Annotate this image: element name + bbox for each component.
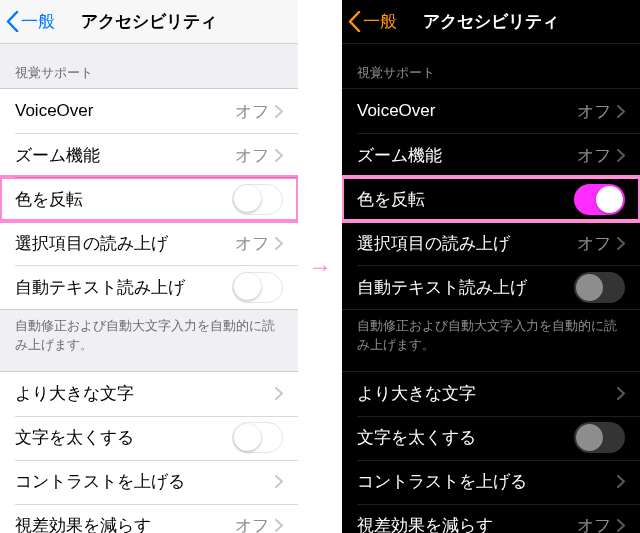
row-zoom[interactable]: ズーム機能 オフ <box>0 133 298 177</box>
row-label: より大きな文字 <box>357 382 617 405</box>
row-label: ズーム機能 <box>357 144 577 167</box>
row-label: 視差効果を減らす <box>357 514 577 533</box>
row-value: オフ <box>235 232 269 255</box>
chevron-right-icon <box>275 105 283 118</box>
screen-normal: 一般 アクセシビリティ 視覚サポート VoiceOver オフ ズーム機能 オフ… <box>0 0 298 533</box>
row-reduce-motion[interactable]: 視差効果を減らす オフ <box>0 504 298 533</box>
toggle-bold-text[interactable] <box>232 422 283 453</box>
row-voiceover[interactable]: VoiceOver オフ <box>0 89 298 133</box>
row-value: オフ <box>235 144 269 167</box>
row-label: VoiceOver <box>15 101 235 121</box>
chevron-right-icon <box>617 237 625 250</box>
chevron-right-icon <box>275 237 283 250</box>
chevron-right-icon <box>275 149 283 162</box>
back-button[interactable]: 一般 <box>0 10 55 33</box>
chevron-right-icon <box>617 149 625 162</box>
chevron-right-icon <box>617 387 625 400</box>
row-speak-selection[interactable]: 選択項目の読み上げ オフ <box>0 221 298 265</box>
row-label: 文字を太くする <box>357 426 574 449</box>
row-label: 選択項目の読み上げ <box>357 232 577 255</box>
chevron-right-icon <box>275 475 283 488</box>
toggle-speak-auto[interactable] <box>574 272 625 303</box>
footer-speak-auto: 自動修正および自動大文字入力を自動的に読み上げます。 <box>0 310 298 371</box>
footer-speak-auto: 自動修正および自動大文字入力を自動的に読み上げます。 <box>342 310 640 371</box>
back-label: 一般 <box>21 10 55 33</box>
row-label: コントラストを上げる <box>15 470 275 493</box>
row-value: オフ <box>577 514 611 533</box>
section-header-visual: 視覚サポート <box>0 44 298 88</box>
section-header-visual: 視覚サポート <box>342 44 640 88</box>
back-label: 一般 <box>363 10 397 33</box>
toggle-invert-colors[interactable] <box>574 184 625 215</box>
row-label: コントラストを上げる <box>357 470 617 493</box>
row-contrast[interactable]: コントラストを上げる <box>0 460 298 504</box>
chevron-right-icon <box>617 519 625 532</box>
toggle-bold-text[interactable] <box>574 422 625 453</box>
chevron-left-icon <box>6 11 19 32</box>
group-visual: VoiceOver オフ ズーム機能 オフ 色を反転 選択項目の読み上げ オフ … <box>342 88 640 310</box>
row-speak-selection[interactable]: 選択項目の読み上げ オフ <box>342 221 640 265</box>
row-value: オフ <box>577 232 611 255</box>
row-invert-colors[interactable]: 色を反転 <box>0 177 298 221</box>
back-button[interactable]: 一般 <box>342 10 397 33</box>
row-value: オフ <box>577 100 611 123</box>
row-value: オフ <box>577 144 611 167</box>
nav-header: 一般 アクセシビリティ <box>342 0 640 44</box>
group-visual: VoiceOver オフ ズーム機能 オフ 色を反転 選択項目の読み上げ オフ … <box>0 88 298 310</box>
row-label: 自動テキスト読み上げ <box>357 276 574 299</box>
chevron-right-icon <box>275 519 283 532</box>
row-label: 選択項目の読み上げ <box>15 232 235 255</box>
row-label: 自動テキスト読み上げ <box>15 276 232 299</box>
toggle-speak-auto[interactable] <box>232 272 283 303</box>
row-label: VoiceOver <box>357 101 577 121</box>
chevron-left-icon <box>348 11 361 32</box>
row-voiceover[interactable]: VoiceOver オフ <box>342 89 640 133</box>
row-bold-text[interactable]: 文字を太くする <box>342 416 640 460</box>
row-larger-text[interactable]: より大きな文字 <box>342 372 640 416</box>
chevron-right-icon <box>617 475 625 488</box>
row-label: 色を反転 <box>357 188 574 211</box>
row-label: 色を反転 <box>15 188 232 211</box>
screen-inverted: 一般 アクセシビリティ 視覚サポート VoiceOver オフ ズーム機能 オフ… <box>342 0 640 533</box>
arrow-icon: → <box>298 255 342 279</box>
row-speak-auto[interactable]: 自動テキスト読み上げ <box>342 265 640 309</box>
row-label: 文字を太くする <box>15 426 232 449</box>
toggle-invert-colors[interactable] <box>232 184 283 215</box>
row-label: 視差効果を減らす <box>15 514 235 533</box>
group-text: より大きな文字 文字を太くする コントラストを上げる 視差効果を減らす オフ <box>342 371 640 533</box>
row-invert-colors[interactable]: 色を反転 <box>342 177 640 221</box>
row-label: より大きな文字 <box>15 382 275 405</box>
row-larger-text[interactable]: より大きな文字 <box>0 372 298 416</box>
row-reduce-motion[interactable]: 視差効果を減らす オフ <box>342 504 640 533</box>
row-value: オフ <box>235 514 269 533</box>
group-text: より大きな文字 文字を太くする コントラストを上げる 視差効果を減らす オフ <box>0 371 298 533</box>
chevron-right-icon <box>617 105 625 118</box>
row-label: ズーム機能 <box>15 144 235 167</box>
nav-header: 一般 アクセシビリティ <box>0 0 298 44</box>
row-value: オフ <box>235 100 269 123</box>
chevron-right-icon <box>275 387 283 400</box>
row-zoom[interactable]: ズーム機能 オフ <box>342 133 640 177</box>
row-bold-text[interactable]: 文字を太くする <box>0 416 298 460</box>
row-speak-auto[interactable]: 自動テキスト読み上げ <box>0 265 298 309</box>
row-contrast[interactable]: コントラストを上げる <box>342 460 640 504</box>
